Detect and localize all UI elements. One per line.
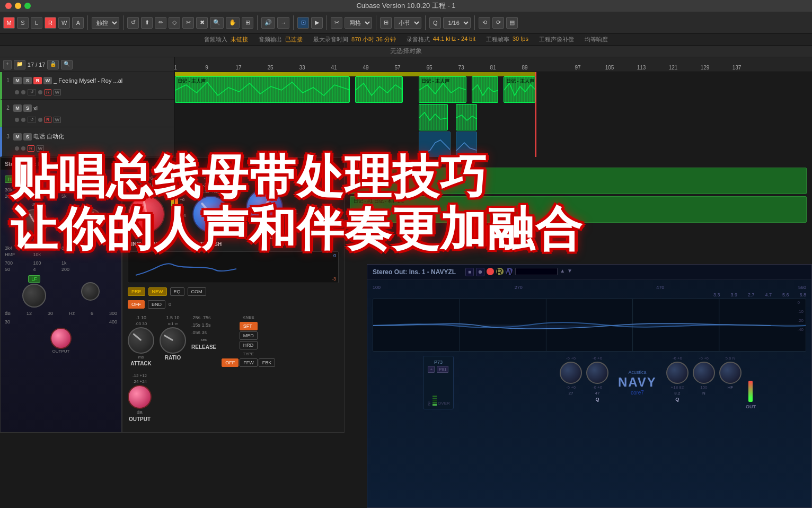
comp-ratio-knob[interactable]	[160, 327, 186, 354]
eq-knob-1[interactable]	[21, 209, 48, 235]
waveform-2a[interactable]	[419, 104, 448, 130]
track-3-btn2[interactable]	[21, 146, 25, 151]
waveform-2b[interactable]	[456, 104, 477, 130]
draw-btn[interactable]: ✏	[155, 17, 166, 29]
track-2-solo[interactable]: S	[23, 104, 32, 112]
navy-knob-1[interactable]	[560, 362, 582, 384]
waveform-1a[interactable]: 日记 - 主人声	[175, 76, 350, 103]
comp-makeup-knob[interactable]	[246, 189, 283, 226]
midi-btn[interactable]: ⊡	[297, 17, 309, 29]
grid-select[interactable]: 网格	[345, 17, 372, 29]
waveform-1e[interactable]: 日记 - 主人声	[504, 76, 535, 103]
waveform-1d[interactable]	[472, 76, 498, 103]
navy-rw-btn[interactable]: R	[496, 268, 504, 275]
navy-bypass-btn[interactable]: ■	[465, 268, 474, 276]
eq-knob-lf[interactable]	[22, 284, 46, 308]
navy-w-btn[interactable]: W	[506, 268, 513, 275]
navy-knob-2[interactable]	[586, 362, 608, 384]
navy-down-btn[interactable]: ▼	[567, 268, 572, 276]
eq-lf-btn[interactable]: LF	[28, 275, 40, 283]
snap-btn[interactable]: ✂	[331, 17, 342, 29]
track-2-rec-btn[interactable]	[15, 118, 19, 122]
track-1-mute[interactable]: M	[13, 77, 22, 84]
eq-hf-btn[interactable]: HF	[5, 176, 17, 183]
cursor-btn[interactable]: ⬆	[141, 17, 153, 29]
maximize-button[interactable]	[24, 3, 31, 9]
track-3-w-btn[interactable]: W	[37, 145, 45, 152]
automation-block-1[interactable]	[419, 132, 451, 157]
track-1-w-btn[interactable]: W	[54, 89, 61, 95]
track-1-btn3[interactable]	[38, 90, 42, 94]
midi2-btn[interactable]: ▶	[311, 17, 323, 29]
toolbar-w-btn[interactable]: W	[58, 17, 70, 29]
comp-thresh-knob[interactable]	[192, 196, 230, 233]
lock-btn[interactable]: 🔒	[47, 60, 59, 69]
comp-med-btn[interactable]: MED	[240, 331, 258, 340]
toolbar-l-btn[interactable]: L	[31, 17, 42, 29]
right-clip-2[interactable]: 日记 - #1 日记 - 和声1 L	[350, 196, 807, 223]
track-1-solo[interactable]: S	[23, 77, 32, 84]
comp-hrd-btn[interactable]: HRD	[240, 341, 258, 349]
comp-off-btn[interactable]: OFF	[128, 300, 145, 309]
navy-p73-minus-btn[interactable]: P81	[437, 366, 448, 373]
search-tracks-btn[interactable]: 🔍	[61, 60, 73, 69]
touch-control-select[interactable]: 触控	[92, 17, 119, 29]
loop-btn[interactable]: ↺	[127, 17, 139, 29]
comp-output-knob[interactable]	[128, 385, 152, 409]
comp-close-btn[interactable]	[127, 161, 132, 167]
comp-com-btn[interactable]: COM	[188, 287, 206, 296]
eq-a-btn[interactable]: A	[29, 176, 38, 183]
track-1-loop-btn[interactable]: ↺	[28, 89, 36, 95]
undo-btn[interactable]: ⟲	[479, 17, 490, 29]
arrow-btn[interactable]: →	[277, 17, 289, 29]
track-1-rec-btn[interactable]	[15, 90, 19, 94]
zoom-btn[interactable]: 🔍	[210, 17, 224, 29]
comp-input-trim-knob[interactable]	[128, 196, 165, 233]
track-2-loop-btn[interactable]: ↺	[28, 117, 36, 123]
add-track-btn[interactable]: +	[3, 60, 12, 69]
waveform-1b[interactable]	[355, 76, 403, 103]
track-2-mute[interactable]: M	[13, 104, 22, 112]
split-btn[interactable]: ✂	[182, 17, 194, 29]
redo-btn[interactable]: ⟳	[492, 17, 504, 29]
bars-select[interactable]: 小节	[394, 17, 421, 29]
track-3-solo[interactable]: S	[23, 133, 32, 141]
automation-block-2[interactable]	[456, 132, 477, 157]
comp-bnd-btn[interactable]: BND	[148, 300, 165, 309]
navy-up-btn[interactable]: ▲	[560, 268, 565, 276]
toolbar-a-btn[interactable]: A	[72, 17, 84, 29]
comp-pre-btn[interactable]: PRE	[128, 287, 145, 296]
track-2-r-btn[interactable]: R	[45, 117, 51, 123]
minimize-button[interactable]	[15, 3, 21, 9]
track-2-btn3[interactable]	[38, 118, 42, 122]
track-3-btn1[interactable]	[15, 146, 19, 151]
toolbar-s-btn[interactable]: S	[17, 17, 29, 29]
toolbar-m-btn[interactable]: M	[3, 17, 15, 29]
right-clip-1[interactable]: 日记 - #1 日记 - 和声1 R	[350, 168, 807, 194]
comp-off2-btn[interactable]: OFF	[222, 358, 239, 367]
comp-minimize-btn[interactable]	[135, 161, 140, 167]
track-3-r-btn[interactable]: R	[28, 145, 34, 152]
track-1-mon-btn[interactable]	[21, 90, 25, 94]
comp-fbk-btn[interactable]: FBK	[259, 358, 276, 367]
hand-btn[interactable]: ✋	[226, 17, 240, 29]
timeline-btn[interactable]: ⊞	[242, 17, 253, 29]
eq-filter-btn[interactable]: 凡	[20, 174, 27, 184]
track-3-mute[interactable]: M	[13, 133, 22, 141]
eq-knob-2[interactable]	[80, 208, 101, 230]
navy-knob-5[interactable]	[719, 362, 742, 384]
navy-knob-4[interactable]	[693, 362, 715, 384]
comp-maximize-btn[interactable]	[144, 161, 149, 167]
close-button[interactable]	[5, 3, 12, 9]
comp-ffw-btn[interactable]: FFW	[240, 358, 258, 367]
eq-output-knob[interactable]	[50, 328, 72, 349]
track-1-write[interactable]: W	[43, 77, 52, 84]
folder-btn[interactable]: 📁	[14, 60, 25, 69]
track-1-r-btn[interactable]: R	[45, 89, 51, 95]
track-2-mon-btn[interactable]	[21, 118, 25, 122]
toolbar-r-btn[interactable]: R	[45, 17, 56, 29]
volume-btn[interactable]: 🔊	[261, 17, 275, 29]
navy-p73-plus-btn[interactable]: +	[428, 366, 435, 373]
eraser-btn[interactable]: ◇	[169, 17, 180, 29]
eq-knob-mid[interactable]	[81, 282, 100, 301]
